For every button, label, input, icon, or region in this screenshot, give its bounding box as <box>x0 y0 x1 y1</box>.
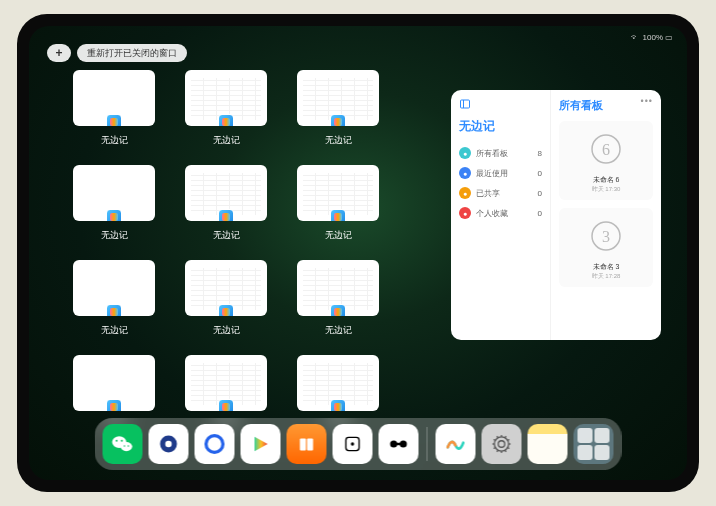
svg-point-11 <box>128 445 130 447</box>
dock-folder[interactable] <box>574 424 614 464</box>
top-controls: + 重新打开已关闭的窗口 <box>47 44 187 62</box>
svg-point-14 <box>206 436 223 453</box>
svg-point-24 <box>498 441 505 448</box>
sidebar-item[interactable]: ●个人收藏0 <box>459 203 542 223</box>
svg-rect-0 <box>461 100 470 108</box>
svg-line-33 <box>497 436 498 438</box>
window-item[interactable]: 无边记 <box>185 260 267 337</box>
dock-app-connect[interactable] <box>379 424 419 464</box>
sidebar-item-label: 已共享 <box>476 188 500 199</box>
window-thumbnail <box>185 260 267 316</box>
dock-app-freeform[interactable] <box>436 424 476 464</box>
sidebar-item-label: 最近使用 <box>476 168 508 179</box>
dock-app-settings[interactable] <box>482 424 522 464</box>
window-item[interactable]: 无边记 <box>297 165 379 242</box>
panel-content: 所有看板 6未命名 6昨天 17:303未命名 3昨天 17:28 <box>551 90 661 340</box>
heart-icon: ● <box>459 207 471 219</box>
app-badge-icon <box>330 209 346 221</box>
svg-rect-16 <box>300 439 306 451</box>
window-thumbnail <box>297 260 379 316</box>
window-thumbnail <box>185 355 267 411</box>
app-expose-grid: 无边记无边记无边记无边记无边记无边记无边记无边记无边记无边记无边记无边记 <box>73 70 433 432</box>
dock-app-notes[interactable] <box>528 424 568 464</box>
svg-rect-17 <box>307 439 313 451</box>
app-badge-icon <box>106 209 122 221</box>
window-thumbnail <box>297 355 379 411</box>
window-label: 无边记 <box>213 229 240 242</box>
window-label: 无边记 <box>325 324 352 337</box>
svg-point-9 <box>121 440 123 442</box>
svg-line-26 <box>508 448 510 449</box>
app-badge-icon <box>106 114 122 126</box>
window-item[interactable]: 无边记 <box>297 260 379 337</box>
board-timestamp: 昨天 17:28 <box>565 272 647 281</box>
dock-app-books[interactable] <box>287 424 327 464</box>
board-card[interactable]: 6未命名 6昨天 17:30 <box>559 121 653 200</box>
dock-app-dice[interactable] <box>333 424 373 464</box>
dock-app-quark[interactable] <box>195 424 235 464</box>
people-icon: ● <box>459 187 471 199</box>
app-badge-icon <box>218 304 234 316</box>
sidebar-item-count: 0 <box>538 209 542 218</box>
dock-separator <box>427 427 428 461</box>
window-item[interactable]: 无边记 <box>185 165 267 242</box>
board-label: 未命名 3 <box>565 262 647 272</box>
svg-point-13 <box>165 441 172 448</box>
app-badge-icon <box>330 304 346 316</box>
app-badge-icon <box>106 304 122 316</box>
app-badge-icon <box>218 114 234 126</box>
dock-app-quark-hd[interactable] <box>149 424 189 464</box>
window-thumbnail <box>297 165 379 221</box>
board-thumbnail: 3 <box>584 214 628 258</box>
window-item[interactable]: 无边记 <box>73 70 155 147</box>
window-label: 无边记 <box>101 134 128 147</box>
board-thumbnail: 6 <box>584 127 628 171</box>
screen: ᯤ 100% ▭ + 重新打开已关闭的窗口 无边记无边记无边记无边记无边记无边记… <box>29 26 687 480</box>
sidebar-item[interactable]: ●所有看板8 <box>459 143 542 163</box>
svg-line-30 <box>494 448 496 449</box>
dock-app-play[interactable] <box>241 424 281 464</box>
dock-app-wechat[interactable] <box>103 424 143 464</box>
ipad-frame: ᯤ 100% ▭ + 重新打开已关闭的窗口 无边记无边记无边记无边记无边记无边记… <box>17 14 699 492</box>
window-label: 无边记 <box>325 229 352 242</box>
sidebar-item-count: 0 <box>538 189 542 198</box>
battery-label: 100% <box>643 33 663 42</box>
svg-rect-22 <box>395 443 402 445</box>
panel-app-name: 无边记 <box>459 118 542 135</box>
window-thumbnail <box>73 260 155 316</box>
window-label: 无边记 <box>213 134 240 147</box>
window-item[interactable]: 无边记 <box>73 260 155 337</box>
window-thumbnail <box>297 70 379 126</box>
wifi-icon: ᯤ <box>631 33 639 42</box>
svg-line-36 <box>508 439 510 440</box>
svg-text:6: 6 <box>602 141 610 158</box>
freeform-panel[interactable]: ••• 无边记 ●所有看板8●最近使用0●已共享0●个人收藏0 所有看板 6未命… <box>451 90 661 340</box>
battery-icon: ▭ <box>665 33 673 42</box>
app-badge-icon <box>218 209 234 221</box>
sidebar-item[interactable]: ●最近使用0 <box>459 163 542 183</box>
window-thumbnail <box>73 165 155 221</box>
svg-point-19 <box>351 442 354 445</box>
board-timestamp: 昨天 17:30 <box>565 185 647 194</box>
sidebar-item-count: 0 <box>538 169 542 178</box>
board-card[interactable]: 3未命名 3昨天 17:28 <box>559 208 653 287</box>
window-thumbnail <box>73 70 155 126</box>
dock <box>95 418 622 470</box>
app-badge-icon <box>106 399 122 411</box>
panel-sidebar: 无边记 ●所有看板8●最近使用0●已共享0●个人收藏0 <box>451 90 551 340</box>
reopen-closed-button[interactable]: 重新打开已关闭的窗口 <box>77 44 187 62</box>
sidebar-item[interactable]: ●已共享0 <box>459 183 542 203</box>
new-window-button[interactable]: + <box>47 44 71 62</box>
window-item[interactable]: 无边记 <box>185 70 267 147</box>
svg-line-27 <box>505 450 506 452</box>
sidebar-item-count: 8 <box>538 149 542 158</box>
window-label: 无边记 <box>101 229 128 242</box>
window-item[interactable]: 无边记 <box>297 70 379 147</box>
app-badge-icon <box>218 399 234 411</box>
window-label: 无边记 <box>213 324 240 337</box>
svg-line-32 <box>494 439 496 440</box>
app-badge-icon <box>330 114 346 126</box>
more-icon[interactable]: ••• <box>641 96 653 106</box>
window-item[interactable]: 无边记 <box>73 165 155 242</box>
svg-line-35 <box>505 436 506 438</box>
